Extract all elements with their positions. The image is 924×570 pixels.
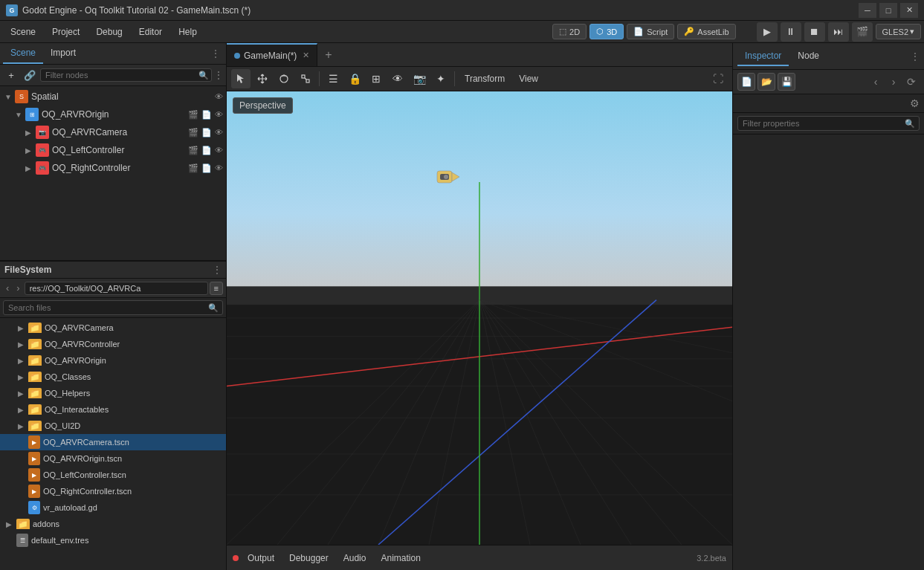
scene-panel-more[interactable]: ⋮: [208, 45, 223, 62]
select-tool[interactable]: [231, 69, 251, 88]
fs-item-arvrcontroller-folder[interactable]: ▶ 📁 OQ_ARVRController: [0, 336, 226, 352]
gles-button[interactable]: GLES2 ▾: [876, 24, 921, 39]
rotate-tool[interactable]: [274, 69, 294, 88]
group-tool[interactable]: ⊞: [366, 69, 386, 88]
2d-button[interactable]: ⬚ 2D: [552, 24, 587, 39]
scale-tool[interactable]: [296, 69, 315, 88]
lock-tool[interactable]: 🔒: [345, 69, 364, 88]
fs-item-helpers-folder[interactable]: ▶ 📁 OQ_Helpers: [0, 385, 226, 401]
tree-arrow-spatial[interactable]: ▼: [4, 93, 15, 101]
inspector-more[interactable]: ⋮: [911, 51, 920, 62]
tree-arrow-arvrorigin[interactable]: ▼: [15, 111, 25, 119]
move-tool[interactable]: [253, 69, 272, 88]
scene-panel-options[interactable]: ⋮: [214, 70, 223, 80]
audio-tab[interactable]: Audio: [337, 550, 372, 566]
eye-icon-arvrorigin[interactable]: 👁: [215, 110, 223, 119]
fs-item-leftcontroller-tscn[interactable]: ▶ OQ_LeftController.tscn: [0, 467, 226, 483]
animation-tab[interactable]: Animation: [375, 550, 426, 566]
fs-item-addons-folder[interactable]: ▶ 📁 addons: [0, 516, 226, 532]
camera-tool[interactable]: 📷: [410, 69, 429, 88]
eye-icon-arvrcamera[interactable]: 👁: [215, 128, 223, 137]
viewport[interactable]: Perspective: [227, 91, 732, 545]
fs-item-rightcontroller-tscn[interactable]: ▶ OQ_RightController.tscn: [0, 483, 226, 499]
svg-rect-3: [306, 80, 309, 82]
tab-inspector[interactable]: Inspector: [737, 47, 789, 66]
fs-label-leftcontroller-tscn: OQ_LeftController.tscn: [43, 470, 126, 479]
link-node-button[interactable]: 🔗: [22, 67, 38, 83]
add-tab-button[interactable]: +: [317, 48, 339, 62]
step-button[interactable]: ⏭: [828, 22, 849, 42]
inspector-history-button[interactable]: ⟳: [903, 74, 920, 90]
fs-item-default-env[interactable]: ☰ default_env.tres: [0, 532, 226, 548]
fs-label-helpers-folder: OQ_Helpers: [45, 389, 90, 398]
visibility-tool[interactable]: 👁: [388, 69, 407, 88]
inspector-save-button[interactable]: 💾: [778, 73, 795, 91]
fs-label-default-env: default_env.tres: [31, 536, 88, 545]
tree-arrow-rightcontroller[interactable]: ▶: [25, 164, 36, 172]
eye-icon-spatial[interactable]: 👁: [215, 92, 223, 101]
filter-nodes-input[interactable]: [40, 68, 212, 82]
menu-project[interactable]: Project: [45, 24, 87, 40]
extra-tool[interactable]: ✦: [431, 69, 450, 88]
inspector-open-button[interactable]: 📂: [757, 73, 775, 91]
inspector-new-script-button[interactable]: 📄: [737, 73, 755, 91]
2d-icon: ⬚: [559, 27, 566, 36]
tab-import[interactable]: Import: [43, 43, 83, 64]
tree-item-rightcontroller[interactable]: ▶ 🎮 OQ_RightController 🎬 📄 👁: [0, 159, 226, 177]
minimize-button[interactable]: ─: [859, 3, 876, 18]
tree-item-arvrcamera[interactable]: ▶ 📷 OQ_ARVRCamera 🎬 📄 👁: [0, 123, 226, 141]
eye-icon-rightcontroller[interactable]: 👁: [215, 163, 223, 172]
tree-arrow-leftcontroller[interactable]: ▶: [25, 146, 36, 155]
fs-forward-button[interactable]: ›: [13, 281, 22, 295]
script-button[interactable]: 📄 Script: [627, 24, 674, 39]
vp-sep-2: [454, 71, 455, 86]
fs-item-classes-folder[interactable]: ▶ 📁 OQ_Classes: [0, 369, 226, 385]
assetlib-button[interactable]: 🔑 AssetLib: [677, 24, 735, 39]
fs-grid-view-button[interactable]: ≡: [210, 282, 223, 295]
menu-scene[interactable]: Scene: [3, 24, 43, 40]
debugger-tab[interactable]: Debugger: [283, 550, 335, 566]
output-tab[interactable]: Output: [242, 550, 280, 566]
tree-item-spatial[interactable]: ▼ S Spatial 👁: [0, 88, 226, 106]
pause-button[interactable]: ⏸: [781, 22, 801, 42]
tab-scene[interactable]: Scene: [3, 43, 43, 64]
editor-tab-close-gamemain[interactable]: ✕: [303, 51, 309, 60]
inspector-forward-button[interactable]: ›: [885, 74, 902, 90]
fs-item-arvrcamera-folder[interactable]: ▶ 📁 OQ_ARVRCamera: [0, 320, 226, 336]
fs-item-arvrorigin-tscn[interactable]: ▶ OQ_ARVROrigin.tscn: [0, 450, 226, 467]
menu-editor[interactable]: Editor: [132, 24, 169, 40]
fs-item-arvrorigin-folder[interactable]: ▶ 📁 OQ_ARVROrigin: [0, 352, 226, 369]
tree-item-arvrorigin[interactable]: ▼ ⊞ OQ_ARVROrigin 🎬 📄 👁: [0, 106, 226, 123]
tab-node[interactable]: Node: [790, 47, 827, 66]
close-button[interactable]: ✕: [900, 3, 918, 18]
inspector-settings-button[interactable]: ⚙: [910, 97, 920, 109]
fullscreen-button[interactable]: ⛶: [708, 69, 728, 88]
maximize-button[interactable]: □: [879, 3, 897, 18]
fs-item-arvrcamera-tscn[interactable]: ▶ OQ_ARVRCamera.tscn: [0, 434, 226, 450]
transform-view-button[interactable]: Transform: [459, 71, 511, 86]
filesystem-search-input[interactable]: [3, 300, 223, 315]
fs-item-interactables-folder[interactable]: ▶ 📁 OQ_Interactables: [0, 401, 226, 418]
filesystem-more[interactable]: ⋮: [213, 265, 222, 275]
fs-item-vr-autoload[interactable]: ⚙ vr_autoload.gd: [0, 499, 226, 516]
inspector-back-button[interactable]: ‹: [868, 74, 884, 90]
transform-list-tool[interactable]: ☰: [323, 69, 343, 88]
fs-back-button[interactable]: ‹: [3, 281, 12, 295]
menu-debug[interactable]: Debug: [88, 24, 129, 40]
tree-arrow-arvrcamera[interactable]: ▶: [25, 129, 36, 137]
view-button[interactable]: View: [513, 71, 544, 86]
3d-button[interactable]: ⬡ 3D: [589, 24, 624, 39]
movie-button[interactable]: 🎬: [852, 22, 873, 42]
play-button[interactable]: ▶: [757, 22, 778, 42]
fs-item-ui2d-folder[interactable]: ▶ 📁 OQ_UI2D: [0, 418, 226, 434]
tree-item-leftcontroller[interactable]: ▶ 🎮 OQ_LeftController 🎬 📄 👁: [0, 141, 226, 159]
stop-button[interactable]: ⏹: [804, 22, 825, 42]
menubar: Scene Project Debug Editor Help ⬚ 2D ⬡ 3…: [0, 21, 924, 43]
folder-icon-classes: 📁: [28, 372, 42, 382]
filter-properties-input[interactable]: [737, 116, 920, 131]
eye-icon-leftcontroller[interactable]: 👁: [215, 146, 223, 155]
add-node-button[interactable]: +: [3, 67, 19, 83]
menu-help[interactable]: Help: [171, 24, 204, 40]
gd-file-icon-vr: ⚙: [28, 501, 40, 514]
editor-tab-gamemain[interactable]: GameMain(*) ✕: [227, 43, 317, 66]
